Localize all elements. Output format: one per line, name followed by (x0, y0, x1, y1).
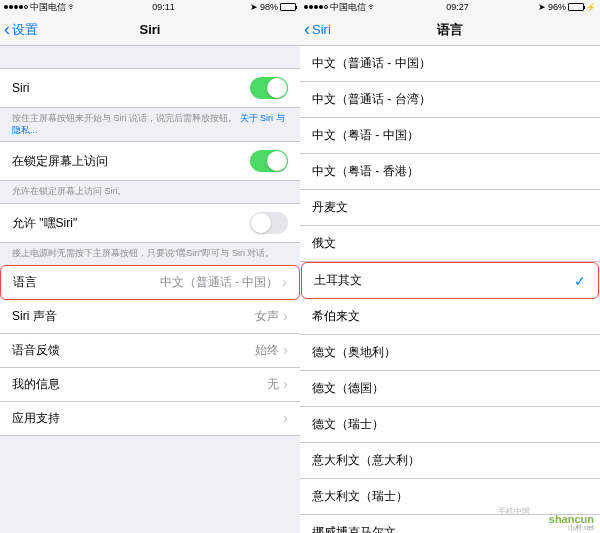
language-label: 挪威博克马尔文 (312, 524, 396, 533)
siri-toggle-row[interactable]: Siri (0, 68, 300, 108)
back-button[interactable]: ‹ 设置 (0, 19, 38, 40)
language-row[interactable]: 语言 中文（普通话 - 中国）› (0, 265, 300, 300)
language-label: 中文（普通话 - 台湾） (312, 91, 431, 108)
clock: 09:11 (152, 2, 175, 12)
language-label: 德文（奥地利） (312, 344, 396, 361)
language-option[interactable]: 德文（瑞士） (300, 407, 600, 443)
siri-toggle[interactable] (250, 77, 288, 99)
watermark-top: 手机中国 (498, 506, 530, 517)
language-option[interactable]: 土耳其文✓ (301, 262, 599, 299)
watermark-sub: 山村.net (568, 523, 594, 533)
lock-footer: 允许在锁定屏幕上访问 Siri。 (0, 181, 300, 203)
hey-siri-footer: 接上电源时无需按下主屏幕按钮，只要说"嘿Siri"即可与 Siri 对话。 (0, 243, 300, 265)
lock-access-toggle[interactable] (250, 150, 288, 172)
chevron-right-icon: › (283, 410, 288, 426)
chevron-right-icon: › (283, 376, 288, 392)
battery-pct: 96% (548, 2, 566, 12)
language-option[interactable]: 中文（粤语 - 中国） (300, 118, 600, 154)
language-option[interactable]: 德文（德国） (300, 371, 600, 407)
battery-icon (568, 3, 584, 11)
hey-siri-toggle[interactable] (250, 212, 288, 234)
chevron-right-icon: › (283, 308, 288, 324)
location-icon: ➤ (250, 2, 258, 12)
siri-settings-screen: 中国电信 ᯤ 09:11 ➤ 98% ‹ 设置 Siri Siri (0, 0, 300, 533)
language-option[interactable]: 俄文 (300, 226, 600, 262)
language-label: 德文（瑞士） (312, 416, 384, 433)
nav-title: Siri (140, 22, 161, 37)
status-bar: 中国电信 ᯤ 09:11 ➤ 98% (0, 0, 300, 14)
my-info-row[interactable]: 我的信息 无› (0, 368, 300, 402)
chevron-left-icon: ‹ (4, 19, 10, 40)
nav-bar: ‹ 设置 Siri (0, 14, 300, 46)
language-label: 俄文 (312, 235, 336, 252)
wifi-icon: ᯤ (368, 2, 377, 12)
voice-row[interactable]: Siri 声音 女声› (0, 300, 300, 334)
chevron-right-icon: › (283, 342, 288, 358)
lock-access-row[interactable]: 在锁定屏幕上访问 (0, 141, 300, 181)
language-option[interactable]: 中文（粤语 - 香港） (300, 154, 600, 190)
carrier-label: 中国电信 (330, 1, 366, 14)
language-option[interactable]: 中文（普通话 - 中国） (300, 46, 600, 82)
language-label: 意大利文（意大利） (312, 452, 420, 469)
carrier-label: 中国电信 (30, 1, 66, 14)
language-label: 德文（德国） (312, 380, 384, 397)
battery-pct: 98% (260, 2, 278, 12)
back-button[interactable]: ‹ Siri (300, 19, 331, 40)
nav-bar: ‹ Siri 语言 (300, 14, 600, 46)
language-select-screen: 中国电信 ᯤ 09:27 ➤ 96% ⚡ ‹ Siri 语言 中文（普通话 - … (300, 0, 600, 533)
language-option[interactable]: 意大利文（瑞士） (300, 479, 600, 515)
language-label: 中文（普通话 - 中国） (312, 55, 431, 72)
language-label: 意大利文（瑞士） (312, 488, 408, 505)
battery-icon (280, 3, 296, 11)
chevron-left-icon: ‹ (304, 19, 310, 40)
nav-title: 语言 (437, 21, 463, 39)
charging-icon: ⚡ (586, 3, 596, 12)
chevron-right-icon: › (282, 274, 287, 290)
language-label: 丹麦文 (312, 199, 348, 216)
siri-footer: 按住主屏幕按钮来开始与 Siri 说话，说完后需释放按钮。 关于 Siri 与隐… (0, 108, 300, 141)
language-label: 希伯来文 (312, 308, 360, 325)
status-bar: 中国电信 ᯤ 09:27 ➤ 96% ⚡ (300, 0, 600, 14)
language-option[interactable]: 丹麦文 (300, 190, 600, 226)
location-icon: ➤ (538, 2, 546, 12)
language-label: 土耳其文 (314, 272, 362, 289)
checkmark-icon: ✓ (574, 273, 586, 289)
clock: 09:27 (446, 2, 469, 12)
feedback-row[interactable]: 语音反馈 始终› (0, 334, 300, 368)
language-option[interactable]: 意大利文（意大利） (300, 443, 600, 479)
language-list[interactable]: 中文（普通话 - 中国）中文（普通话 - 台湾）中文（粤语 - 中国）中文（粤语… (300, 46, 600, 533)
language-option[interactable]: 德文（奥地利） (300, 335, 600, 371)
wifi-icon: ᯤ (68, 2, 77, 12)
hey-siri-row[interactable]: 允许 "嘿Siri" (0, 203, 300, 243)
language-label: 中文（粤语 - 中国） (312, 127, 419, 144)
language-label: 中文（粤语 - 香港） (312, 163, 419, 180)
language-option[interactable]: 中文（普通话 - 台湾） (300, 82, 600, 118)
app-support-row[interactable]: 应用支持 › (0, 402, 300, 436)
language-option[interactable]: 希伯来文 (300, 299, 600, 335)
